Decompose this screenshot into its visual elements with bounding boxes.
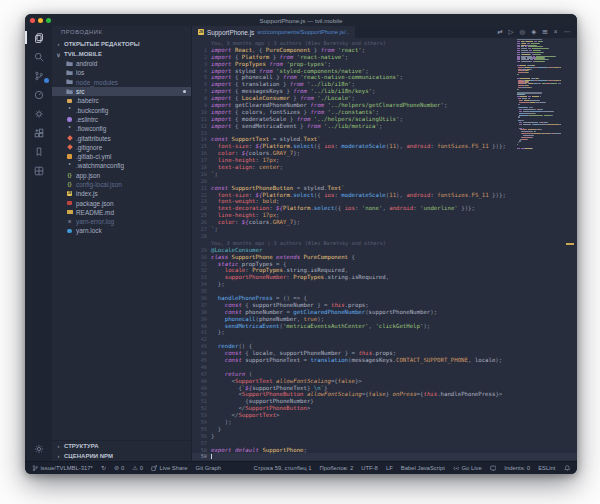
line-number[interactable]: 23 <box>192 198 211 205</box>
code-line-47[interactable]: 47 return ( <box>192 371 577 378</box>
close-window-button[interactable] <box>30 18 35 23</box>
code-line-25[interactable]: 25 line-height: 17px; <box>192 212 577 219</box>
tree-item-readme-md[interactable]: README.md <box>52 208 191 217</box>
line-number[interactable]: 44 <box>192 350 211 357</box>
minimap[interactable] <box>517 39 561 151</box>
code-editor[interactable]: You, 3 months ago | 3 authors (Alex Bare… <box>192 38 577 461</box>
line-number[interactable]: 31 <box>192 261 211 268</box>
line-number[interactable]: 5 <box>192 74 211 81</box>
line-number[interactable]: 33 <box>192 274 211 281</box>
split-editor-icon[interactable]: ⊞ <box>542 29 547 36</box>
status-live-share[interactable]: Live Share <box>151 465 188 472</box>
line-number[interactable]: 35 <box>192 288 211 295</box>
line-number[interactable]: 41 <box>192 329 211 336</box>
status-go-live[interactable]: Go Live <box>453 465 482 472</box>
line-number[interactable]: 26 <box>192 219 211 226</box>
code-line-36[interactable]: 36 handlePhonePress = () => { <box>192 295 577 302</box>
line-number[interactable]: 21 <box>192 185 211 192</box>
manage-gear-icon[interactable] <box>25 439 52 458</box>
line-number[interactable]: 9 <box>192 102 211 109</box>
line-number[interactable]: 1 <box>192 47 211 54</box>
code-line-22[interactable]: 22 font-size: ${Platform.select({ ios: m… <box>192 192 577 199</box>
code-line-41[interactable]: 41 }; <box>192 329 577 336</box>
line-number[interactable]: 3 <box>192 61 211 68</box>
line-number[interactable]: 43 <box>192 343 211 350</box>
close-icon[interactable]: × <box>554 29 558 36</box>
tree-item-index-js[interactable]: JSindex.js <box>52 189 191 198</box>
tree-item-android[interactable]: android <box>52 59 191 68</box>
npm-scripts-section-header[interactable]: › СЦЕНАРИИ NPM <box>52 451 191 461</box>
line-number[interactable]: 6 <box>192 81 211 88</box>
code-line-17[interactable]: 17 line-height: 17px; <box>192 157 577 164</box>
quokka-icon[interactable]: ◈ <box>531 29 536 36</box>
line-number[interactable]: 13 <box>192 130 211 137</box>
status-utf-8[interactable]: UTF-8 <box>361 465 378 471</box>
tree-item--gitattributes[interactable]: .gitattributes <box>52 133 191 142</box>
code-line-21[interactable]: 21const SupportPhoneButton = styled.Text… <box>192 185 577 192</box>
line-number[interactable]: 37 <box>192 302 211 309</box>
line-number[interactable]: 58 <box>192 447 211 454</box>
line-number[interactable]: 30 <box>192 254 211 261</box>
status-git-graph[interactable]: Git Graph <box>196 465 222 471</box>
window-titlebar[interactable]: SupportPhone.js — tvil.mobile <box>25 14 577 26</box>
code-line-39[interactable]: 39 phonecall(phoneNumber, true); <box>192 316 577 323</box>
open-changes-icon[interactable]: ⇄ <box>497 29 502 36</box>
tree-item-node-modules[interactable]: node_modules <box>52 78 191 87</box>
line-number[interactable]: 47 <box>192 371 211 378</box>
line-number[interactable]: 51 <box>192 398 211 405</box>
tree-item-yarn-lock[interactable]: yarn.lock <box>52 226 191 235</box>
code-line-26[interactable]: 26 color: ${colors.GRAY_7}; <box>192 219 577 226</box>
run-icon[interactable]: ▷ <box>509 29 514 36</box>
line-number[interactable]: 42 <box>192 336 211 343</box>
line-number[interactable]: 12 <box>192 123 211 130</box>
status-0[interactable]: ⚠0 <box>132 465 143 471</box>
code-line-45[interactable]: 45 const supportPhoneText = translation(… <box>192 357 577 364</box>
line-number[interactable]: 52 <box>192 405 211 412</box>
code-line-35[interactable]: 35 <box>192 288 577 295</box>
line-number[interactable]: 25 <box>192 212 211 219</box>
activity-gitlens-icon[interactable] <box>25 161 52 180</box>
line-number[interactable]: 10 <box>192 109 211 116</box>
line-number[interactable]: 38 <box>192 309 211 316</box>
tree-item--flowconfig[interactable]: *.flowconfig <box>52 124 191 133</box>
overview-ruler[interactable] <box>566 38 574 461</box>
line-number[interactable]: 27 <box>192 226 211 233</box>
line-number[interactable]: 32 <box>192 267 211 274</box>
line-number[interactable]: 50 <box>192 391 211 398</box>
line-number[interactable]: 4 <box>192 68 211 75</box>
line-number[interactable]: 39 <box>192 316 211 323</box>
code-line-20[interactable]: 20 <box>192 178 577 185</box>
code-line-53[interactable]: 53 </SupportText> <box>192 412 577 419</box>
line-number[interactable]: 46 <box>192 364 211 371</box>
code-line-54[interactable]: 54 ); <box>192 419 577 426</box>
code-line-48[interactable]: 48 <SupportText allowFontScaling={false}… <box>192 378 577 385</box>
tree-item--watchmanconfig[interactable]: *.watchmanconfig <box>52 161 191 170</box>
code-line-29[interactable]: 29@LocaleConsumer <box>192 247 577 254</box>
tree-item--buckconfig[interactable]: *.buckconfig <box>52 105 191 114</box>
line-number[interactable]: 55 <box>192 426 211 433</box>
code-line-59[interactable]: 59 <box>192 453 577 460</box>
status-0[interactable]: ⊘0 <box>114 465 124 471</box>
codelens-annotation[interactable]: You, 3 months ago | 3 authors (Alex Bare… <box>192 240 577 247</box>
status-пробелов-2[interactable]: Пробелов: 2 <box>320 465 354 471</box>
activity-extensions-icon[interactable] <box>25 123 52 142</box>
line-number[interactable]: 2 <box>192 54 211 61</box>
line-number[interactable]: 24 <box>192 205 211 212</box>
tree-item-yarn-error-log[interactable]: ≡yarn-error.log <box>52 217 191 226</box>
code-line-27[interactable]: 27`; <box>192 226 577 233</box>
line-number[interactable]: 28 <box>192 233 211 240</box>
line-number[interactable]: 34 <box>192 281 211 288</box>
line-number[interactable]: 17 <box>192 157 211 164</box>
activity-debug-icon[interactable] <box>25 85 52 104</box>
outline-section-header[interactable]: › СТРУКТУРА <box>52 441 191 451</box>
code-line-33[interactable]: 33 supportPhoneNumber: PropTypes.string.… <box>192 274 577 281</box>
status-indents-0[interactable]: Indents: 0 <box>504 465 530 471</box>
line-number[interactable]: 20 <box>192 178 211 185</box>
code-line-40[interactable]: 40 sendMetricaEvent('metricaEventsAuthCe… <box>192 323 577 330</box>
line-number[interactable]: 15 <box>192 143 211 150</box>
line-number[interactable]: 19 <box>192 171 211 178</box>
status-bell[interactable] <box>564 465 571 472</box>
line-number[interactable]: 18 <box>192 164 211 171</box>
code-line-49[interactable]: 49 {`${supportPhoneText} \n`} <box>192 385 577 392</box>
code-line-18[interactable]: 18 text-align: center; <box>192 164 577 171</box>
